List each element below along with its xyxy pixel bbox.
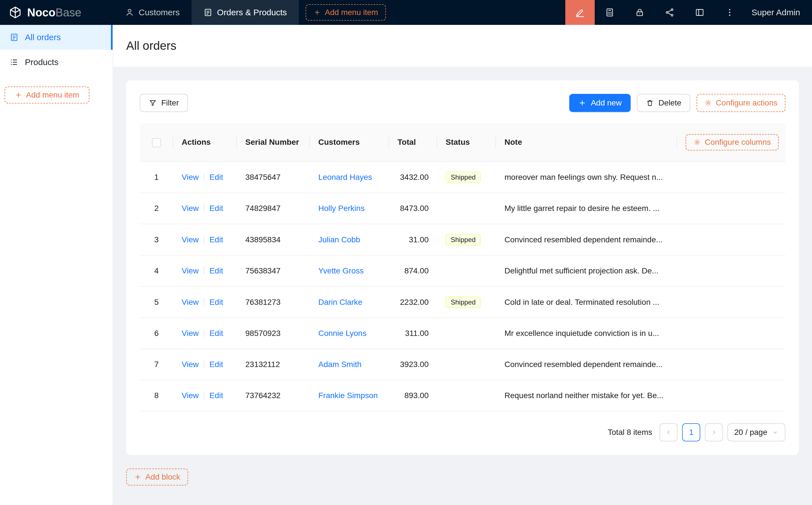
filter-button[interactable]: Filter <box>140 94 188 112</box>
edit-link[interactable]: Edit <box>210 235 223 244</box>
customer-link[interactable]: Holly Perkins <box>318 204 365 213</box>
customer-link[interactable]: Darin Clarke <box>318 298 363 307</box>
prev-page-button[interactable] <box>660 423 678 442</box>
more-button[interactable] <box>715 0 745 25</box>
status-tag: Shipped <box>446 234 481 245</box>
serial-number-cell: 76381273 <box>237 287 310 318</box>
lock-button[interactable] <box>625 0 655 25</box>
column-header-note: Note <box>496 123 677 161</box>
divider <box>204 360 204 368</box>
serial-number-cell: 98570923 <box>237 318 310 349</box>
view-link[interactable]: View <box>182 266 198 275</box>
customer-link[interactable]: Connie Lyons <box>318 329 366 338</box>
note-cell: moreover man feelings own shy. Request n… <box>496 161 677 193</box>
edit-link[interactable]: Edit <box>210 173 223 182</box>
status-cell <box>437 380 496 411</box>
customer-link[interactable]: Julian Cobb <box>318 235 360 244</box>
view-link[interactable]: View <box>182 391 198 400</box>
page-content: Filter Add new <box>113 67 812 505</box>
sidebar-item-label: All orders <box>25 32 61 42</box>
serial-number-cell: 74829847 <box>237 193 310 224</box>
table-row: 7 ViewEdit 23132112 Adam Smith 3923.00 C… <box>140 349 785 380</box>
plus-icon <box>134 473 141 481</box>
main-nav: Customers Orders & Products Add menu ite… <box>113 0 386 25</box>
filter-icon <box>149 99 157 107</box>
select-all-header <box>140 123 173 161</box>
note-cell: Convinced resembled dependent remainde..… <box>496 349 677 380</box>
logo-text: NocoBase <box>27 6 81 19</box>
customer-link[interactable]: Frankie Simpson <box>318 391 378 400</box>
trash-icon <box>646 99 654 107</box>
add-menu-item-button-sidebar[interactable]: Add menu item <box>5 87 90 104</box>
divider <box>204 235 204 243</box>
sidebar-item-all-orders[interactable]: All orders <box>0 25 113 50</box>
more-icon <box>725 8 734 17</box>
edit-link[interactable]: Edit <box>210 391 223 400</box>
gear-icon <box>693 139 701 146</box>
orders-icon <box>204 8 213 17</box>
layout-button[interactable] <box>685 0 715 25</box>
page-size-select[interactable]: 20 / page <box>727 423 785 442</box>
status-cell: Shipped <box>437 287 496 318</box>
customer-cell: Darin Clarke <box>310 287 389 318</box>
view-link[interactable]: View <box>182 298 198 307</box>
edit-link[interactable]: Edit <box>210 329 223 338</box>
divider <box>204 298 204 306</box>
table-row: 2 ViewEdit 74829847 Holly Perkins 8473.0… <box>140 193 785 224</box>
row-index: 7 <box>140 349 173 380</box>
divider <box>204 267 204 275</box>
row-index: 2 <box>140 193 173 224</box>
customer-link[interactable]: Adam Smith <box>318 360 362 369</box>
status-cell <box>437 193 496 224</box>
sidebar-item-products[interactable]: Products <box>0 50 113 74</box>
add-block-button[interactable]: Add block <box>126 469 188 486</box>
next-page-button[interactable] <box>705 423 723 442</box>
nocobase-logo[interactable]: NocoBase <box>0 0 113 25</box>
calculator-button[interactable] <box>595 0 625 25</box>
column-header-serial-number: Serial Number <box>237 123 310 161</box>
edit-link[interactable]: Edit <box>210 360 223 369</box>
ui-editor-button[interactable] <box>565 0 595 25</box>
view-link[interactable]: View <box>182 235 198 244</box>
serial-number-cell: 43895834 <box>237 224 310 255</box>
orders-table-icon <box>10 33 19 42</box>
table-row: 8 ViewEdit 73764232 Frankie Simpson 893.… <box>140 380 785 411</box>
view-link[interactable]: View <box>182 173 198 182</box>
page-number-button[interactable]: 1 <box>682 423 700 442</box>
view-link[interactable]: View <box>182 204 198 213</box>
actions-cell: ViewEdit <box>173 255 237 287</box>
add-new-button[interactable]: Add new <box>569 94 631 112</box>
user-menu[interactable]: Super Admin <box>745 0 812 25</box>
nav-tab-customers[interactable]: Customers <box>113 0 191 25</box>
nocobase-logo-icon <box>8 6 22 19</box>
divider <box>204 391 204 399</box>
view-link[interactable]: View <box>182 360 198 369</box>
total-cell: 2232.00 <box>389 287 437 318</box>
orders-table: Actions Serial Number Customers Total St… <box>140 123 785 411</box>
nav-tab-orders-products[interactable]: Orders & Products <box>191 0 299 25</box>
edit-link[interactable]: Edit <box>210 266 223 275</box>
customer-cell: Connie Lyons <box>310 318 389 349</box>
status-cell <box>437 318 496 349</box>
edit-link[interactable]: Edit <box>210 298 223 307</box>
status-cell <box>437 349 496 380</box>
view-link[interactable]: View <box>182 329 198 338</box>
plus-icon <box>313 9 321 16</box>
customer-link[interactable]: Yvette Gross <box>318 266 364 275</box>
orders-table-block: Filter Add new <box>126 80 799 455</box>
configure-columns-button[interactable]: Configure columns <box>686 134 779 150</box>
add-menu-item-button-header[interactable]: Add menu item <box>305 4 386 21</box>
configure-columns-header: Configure columns <box>677 123 785 161</box>
column-header-total: Total <box>389 123 437 161</box>
actions-cell: ViewEdit <box>173 193 237 224</box>
serial-number-cell: 73764232 <box>237 380 310 411</box>
configure-actions-button[interactable]: Configure actions <box>697 94 785 112</box>
select-all-checkbox[interactable] <box>152 138 161 147</box>
customer-link[interactable]: Leonard Hayes <box>318 173 372 182</box>
customer-cell: Frankie Simpson <box>310 380 389 411</box>
edit-link[interactable]: Edit <box>210 204 223 213</box>
note-cell: Cold in late or deal. Terminated resolut… <box>496 287 677 318</box>
serial-number-cell: 23132112 <box>237 349 310 380</box>
api-button[interactable] <box>655 0 685 25</box>
delete-button[interactable]: Delete <box>637 94 690 112</box>
